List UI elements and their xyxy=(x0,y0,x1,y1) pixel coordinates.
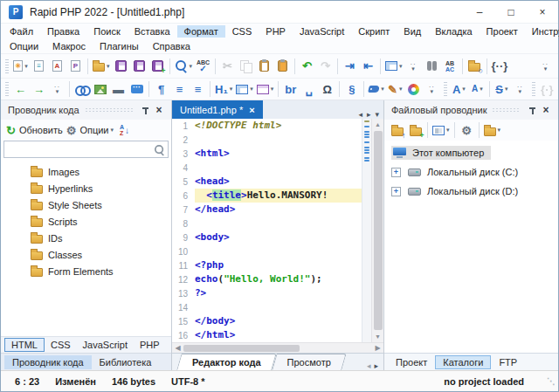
editor-tab-preview[interactable]: Просмотр xyxy=(274,354,344,370)
view-mode-button[interactable]: ▾ xyxy=(431,120,452,140)
pin-button[interactable] xyxy=(138,103,152,117)
heading-button[interactable]: H₁▾ xyxy=(213,79,234,99)
sort-button[interactable]: AZ↓ xyxy=(115,120,134,140)
menu-file[interactable]: Файл xyxy=(3,25,40,38)
redo-button[interactable]: ↷ xyxy=(316,57,335,76)
new-document-button[interactable]: ✳▾ xyxy=(11,57,30,76)
copy-button[interactable] xyxy=(237,57,255,76)
code-snippet-button[interactable]: {··} xyxy=(490,57,510,76)
tree-item-hyperlinks[interactable]: Hyperlinks xyxy=(1,180,171,196)
pin-button[interactable] xyxy=(525,103,539,117)
insert-toolbar-overflow[interactable]: ··▾ xyxy=(423,79,441,99)
forward-button[interactable]: → xyxy=(30,79,48,99)
insert-script-button[interactable]: § xyxy=(342,79,361,99)
font-size-button[interactable]: A▾ xyxy=(450,79,468,99)
vertical-scroll-thumb[interactable] xyxy=(374,131,383,330)
menu-tools[interactable]: Инструменты xyxy=(525,25,559,38)
tree-item-disk-c[interactable]: +Локальный диск (C:) xyxy=(384,162,558,182)
options-button[interactable]: ⚙Опции▾ xyxy=(65,120,115,140)
new-php-script-button[interactable]: P xyxy=(66,57,85,76)
panel-tab-code-explorer[interactable]: Проводник кода xyxy=(4,355,92,369)
panel-tab-project[interactable]: Проект xyxy=(388,355,435,369)
new-folder-button[interactable]: + xyxy=(406,120,424,140)
refresh-button[interactable]: ↻Обновить xyxy=(4,120,65,140)
menu-php[interactable]: PHP xyxy=(259,25,293,38)
unordered-list-button[interactable]: ≡ xyxy=(170,79,189,99)
save-button[interactable] xyxy=(112,57,130,76)
save-as-button[interactable]: + xyxy=(148,57,167,76)
menu-insert[interactable]: Вставка xyxy=(128,25,177,38)
format-painter-button[interactable]: ✎▾ xyxy=(386,79,404,99)
tree-item-classes[interactable]: Classes xyxy=(1,246,171,263)
main-toolbar-overflow[interactable]: ··▾ xyxy=(536,57,555,76)
resize-grip[interactable]: ⋱ xyxy=(547,376,558,386)
horizontal-scrollbar[interactable]: ◀ ▶ xyxy=(172,342,383,353)
panel-tab-catalogs[interactable]: Каталоги xyxy=(435,355,491,369)
search-input[interactable] xyxy=(4,142,153,156)
close-panel-button[interactable]: × xyxy=(152,103,166,117)
view-tab-scroll-right-icon[interactable]: ▸ xyxy=(374,361,378,370)
tree-item-style-sheets[interactable]: Style Sheets xyxy=(1,196,171,213)
find-button[interactable]: ▾ xyxy=(173,57,195,76)
panel-tab-ftp[interactable]: FTP xyxy=(491,355,525,369)
font-style-button[interactable]: A▾ xyxy=(468,79,487,99)
clipboard-button[interactable] xyxy=(273,57,292,76)
tab-scroll-left-button[interactable]: ◂ xyxy=(358,110,362,119)
panel-tab-library[interactable]: Библиотека xyxy=(92,355,160,369)
doc-tab-html[interactable]: HTML xyxy=(4,338,45,352)
menu-plugins[interactable]: Плагины xyxy=(93,40,146,52)
scroll-up-icon[interactable]: ▲ xyxy=(372,119,383,130)
insert-tag-button[interactable]: ▾ xyxy=(367,79,386,99)
code-editor[interactable]: 1<!DOCTYPE html>23<html>45<head>6 <title… xyxy=(172,119,383,342)
outdent-button[interactable]: ⇤ xyxy=(359,57,377,76)
cut-button[interactable]: ✂ xyxy=(218,57,237,76)
tree-item-form-elements[interactable]: Form Elements xyxy=(1,263,171,279)
scroll-right-icon[interactable]: ▶ xyxy=(372,344,383,352)
code-browser-button[interactable]: {·} xyxy=(538,79,556,99)
doc-tab-css[interactable]: CSS xyxy=(45,339,77,351)
insert-image-button[interactable] xyxy=(91,79,109,99)
strikethrough-button[interactable]: S▾ xyxy=(493,79,511,99)
expand-icon[interactable]: + xyxy=(391,168,401,177)
undo-button[interactable]: ↶ xyxy=(298,57,316,76)
scroll-left-icon[interactable]: ◀ xyxy=(172,344,183,352)
tab-list-button[interactable]: ▾ xyxy=(375,110,379,119)
folder-options-button[interactable]: ⚙ xyxy=(458,120,476,140)
minimize-button[interactable]: – xyxy=(464,1,495,23)
parent-folder-button[interactable]: ↑ xyxy=(388,120,406,140)
scroll-down-icon[interactable]: ▼ xyxy=(372,331,383,342)
horizontal-scroll-thumb[interactable] xyxy=(183,345,300,352)
menu-project[interactable]: Проект xyxy=(480,25,525,38)
tree-item-ids[interactable]: IDs xyxy=(1,230,171,246)
insert-link-button[interactable] xyxy=(72,79,91,99)
new-text-document-button[interactable]: A xyxy=(48,57,66,76)
insert-form-button[interactable]: ▾ xyxy=(255,79,276,99)
insert-hr-button[interactable]: ▬ xyxy=(109,79,128,99)
insert-br-button[interactable]: br xyxy=(281,79,300,99)
color-picker-button[interactable] xyxy=(404,79,423,99)
tree-item-images[interactable]: Images xyxy=(1,163,171,180)
tree-item-this-computer[interactable]: Этот компьютер xyxy=(384,143,558,162)
maximize-button[interactable]: □ xyxy=(495,1,527,23)
insert-nbsp-button[interactable]: ␣ xyxy=(300,79,318,99)
menu-css[interactable]: CSS xyxy=(225,25,259,38)
indent-button[interactable]: ⇥ xyxy=(341,57,359,76)
paragraph-button[interactable]: ¶ xyxy=(152,79,170,99)
open-file-button[interactable]: ▾ xyxy=(91,57,112,76)
spell-check-button[interactable]: ABC✓ xyxy=(194,57,212,76)
menu-edit[interactable]: Правка xyxy=(40,25,86,38)
insert-comment-button[interactable]: ··· xyxy=(128,79,146,99)
menu-options[interactable]: Опции xyxy=(3,40,45,52)
save-all-button[interactable] xyxy=(130,57,148,76)
editor-tab-code[interactable]: Редактор кода xyxy=(179,354,274,370)
menu-view[interactable]: Вид xyxy=(397,25,428,38)
vertical-scrollbar[interactable]: ▲ ▼ xyxy=(371,119,383,342)
menu-script[interactable]: Скрипт xyxy=(351,25,397,38)
expand-icon[interactable]: + xyxy=(391,187,401,196)
find-in-folder-button[interactable]: ○ xyxy=(466,57,484,76)
menu-macro[interactable]: Макрос xyxy=(45,40,93,52)
tree-item-disk-d[interactable]: +Локальный диск (D:) xyxy=(384,182,558,201)
close-button[interactable]: × xyxy=(527,1,558,23)
find-in-files-button[interactable] xyxy=(423,57,441,76)
special-char-button[interactable]: Ω xyxy=(318,79,336,99)
